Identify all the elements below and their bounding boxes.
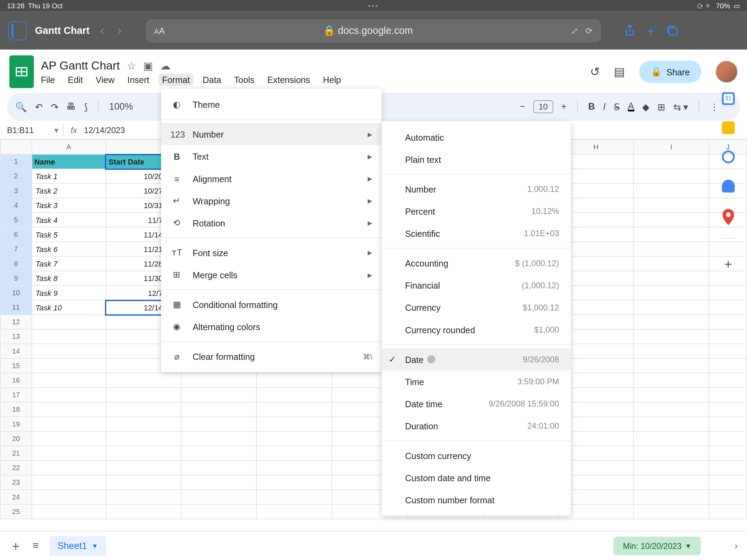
format-menu-item[interactable]: ⌀ Clear formatting ⌘\ (161, 345, 382, 367)
site-options-icon[interactable]: ⤢ (571, 25, 579, 36)
cell[interactable] (181, 475, 257, 489)
cell[interactable] (634, 344, 709, 358)
doc-title[interactable]: AP Gantt Chart (41, 59, 120, 72)
account-avatar[interactable] (716, 61, 738, 83)
cell[interactable]: Task 6 (32, 242, 106, 256)
row-header[interactable]: 5 (0, 213, 32, 227)
cell[interactable] (709, 402, 747, 417)
cell[interactable] (32, 358, 106, 373)
cell[interactable] (181, 446, 257, 460)
cell[interactable] (634, 431, 709, 446)
row-header[interactable]: 19 (0, 417, 32, 431)
cell[interactable] (634, 417, 709, 431)
number-format-item[interactable]: Scientific 1.01E+03 (382, 222, 571, 244)
cell[interactable] (709, 490, 747, 504)
row-header[interactable]: 21 (0, 446, 32, 460)
cell[interactable] (709, 417, 747, 431)
cell[interactable] (709, 315, 747, 329)
cell[interactable] (106, 446, 181, 460)
number-format-item[interactable]: Accounting $ (1,000.12) (382, 252, 571, 274)
sheet-tab[interactable]: Sheet1▼ (49, 536, 107, 556)
cell[interactable] (32, 504, 106, 519)
number-format-item[interactable]: Percent 10.12% (382, 200, 571, 222)
bold-icon[interactable]: B (588, 102, 595, 112)
menu-tools[interactable]: Tools (234, 75, 255, 85)
tabs-icon[interactable] (665, 24, 680, 37)
cell[interactable] (709, 329, 747, 344)
row-header[interactable]: 3 (0, 184, 32, 198)
cell[interactable] (634, 242, 709, 256)
menu-data[interactable]: Data (203, 75, 221, 85)
tab-title[interactable]: Gantt Chart (35, 25, 90, 37)
maps-addon-icon[interactable] (722, 209, 735, 222)
number-format-item[interactable]: Plain text (382, 148, 571, 170)
row-header[interactable]: 23 (0, 475, 32, 489)
row-header[interactable]: 14 (0, 344, 32, 358)
cell[interactable] (634, 315, 709, 329)
cell[interactable] (32, 344, 106, 358)
cell[interactable] (181, 373, 257, 388)
cell[interactable]: Task 4 (32, 213, 106, 227)
strikethrough-icon[interactable]: S̶ (614, 101, 620, 112)
formula-value[interactable]: 12/14/2023 (84, 125, 125, 134)
undo-icon[interactable]: ↶ (35, 101, 43, 112)
text-color-icon[interactable]: A (628, 102, 634, 111)
calendar-addon-icon[interactable]: 31 (722, 92, 735, 105)
cell[interactable]: Task 8 (32, 271, 106, 286)
cell[interactable] (257, 402, 332, 417)
row-header[interactable]: 11 (0, 300, 32, 315)
cell[interactable] (32, 373, 106, 388)
cell[interactable] (709, 475, 747, 489)
cell[interactable] (709, 300, 747, 315)
search-icon[interactable]: 🔍 (15, 101, 27, 112)
sheets-logo-icon[interactable] (9, 55, 34, 88)
cell[interactable]: Name (32, 154, 106, 169)
number-format-item[interactable]: Custom date and time (382, 467, 571, 489)
cell[interactable] (32, 388, 106, 402)
cell[interactable] (634, 329, 709, 344)
cell[interactable] (709, 446, 747, 460)
cell[interactable] (634, 154, 709, 169)
new-tab-icon[interactable]: ＋ (644, 22, 657, 39)
cell[interactable] (709, 431, 747, 446)
all-sheets-icon[interactable]: ≡ (33, 540, 39, 552)
row-header[interactable]: 25 (0, 504, 32, 519)
print-icon[interactable]: 🖶 (66, 102, 76, 112)
cell[interactable] (634, 256, 709, 271)
cell[interactable] (257, 431, 332, 446)
redo-icon[interactable]: ↷ (51, 101, 58, 112)
cell[interactable] (32, 315, 106, 329)
cell[interactable] (709, 286, 747, 300)
cell[interactable] (634, 213, 709, 227)
number-submenu[interactable]: Automatic Plain text Number 1,000.12 Per… (382, 121, 571, 516)
menu-file[interactable]: File (41, 75, 55, 85)
add-addon-icon[interactable]: ＋ (722, 255, 735, 272)
cell[interactable] (106, 417, 181, 431)
format-menu-item[interactable]: ▦ Conditional formatting (161, 293, 382, 316)
back-icon[interactable]: ‹ (98, 23, 107, 38)
menu-insert[interactable]: Insert (127, 75, 149, 85)
row-header[interactable]: 18 (0, 402, 32, 417)
cell[interactable] (709, 460, 747, 475)
number-format-item[interactable]: Currency rounded $1,000 (382, 318, 571, 340)
format-menu-item[interactable]: ⊞ Merge cells ▶ (161, 264, 382, 286)
row-header[interactable]: 9 (0, 271, 32, 286)
sidebar-toggle-icon[interactable] (8, 21, 27, 40)
borders-icon[interactable]: ⊞ (657, 101, 665, 112)
row-header[interactable]: 10 (0, 286, 32, 300)
cell[interactable] (709, 504, 747, 519)
cell[interactable] (634, 184, 709, 198)
cell[interactable] (32, 402, 106, 417)
format-menu-item[interactable]: 123 Number ▶ (161, 123, 382, 145)
cell[interactable] (257, 373, 332, 388)
number-format-item[interactable]: Currency $1,000.12 (382, 296, 571, 318)
row-header[interactable]: 16 (0, 373, 32, 388)
cell[interactable] (257, 446, 332, 460)
cell[interactable] (106, 504, 181, 519)
cell[interactable] (181, 460, 257, 475)
cell[interactable]: Task 3 (32, 198, 106, 213)
comments-icon[interactable]: ▤ (614, 65, 625, 79)
row-header[interactable]: 24 (0, 490, 32, 504)
row-header[interactable]: 12 (0, 315, 32, 329)
share-icon[interactable] (624, 24, 636, 38)
